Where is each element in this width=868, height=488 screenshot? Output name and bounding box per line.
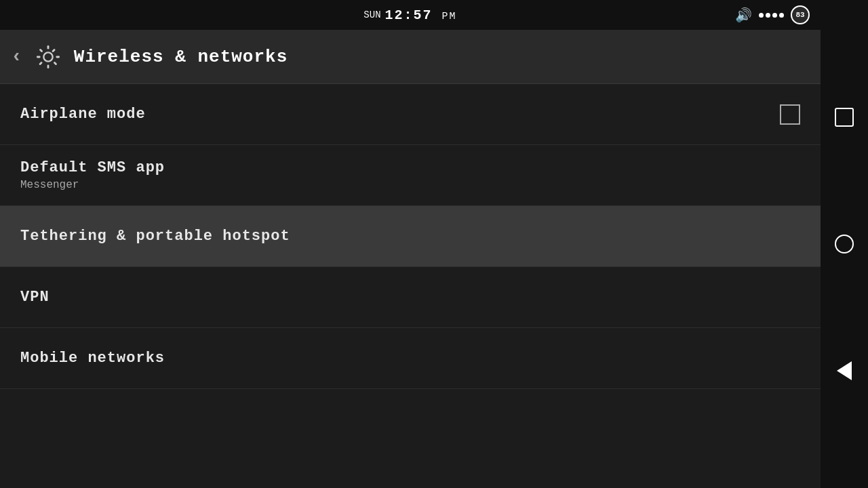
tethering-label: Tethering & portable hotspot [20,228,290,245]
settings-item-mobile-networks[interactable]: Mobile networks [0,328,821,389]
signal-dots [759,13,784,18]
home-icon [835,235,854,253]
main-content: ‹ Wireless & networks [0,30,821,488]
svg-rect-7 [52,48,56,52]
status-time: 12:57 PM [385,7,457,23]
airplane-mode-label: Airplane mode [20,106,146,123]
battery-level: 83 [795,11,804,19]
nav-bar [821,0,868,488]
svg-point-0 [43,52,52,61]
home-button[interactable] [831,230,858,258]
vpn-label: VPN [20,289,50,306]
default-sms-value: Messenger [20,179,165,191]
svg-rect-3 [37,56,41,58]
back-nav-icon [837,361,852,380]
mobile-networks-label: Mobile networks [20,350,165,367]
back-nav-button[interactable] [831,357,858,384]
settings-gear-icon [33,42,63,72]
svg-rect-4 [56,56,60,58]
recent-apps-icon [835,108,854,127]
svg-rect-2 [47,64,49,68]
battery-badge: 83 [791,5,810,24]
page-title: Wireless & networks [74,47,288,67]
settings-item-default-sms[interactable]: Default SMS app Messenger [0,145,821,206]
status-icons: 🔊 83 [735,5,810,24]
status-bar: SUN 12:57 PM 🔊 83 [0,0,821,30]
settings-item-airplane-mode[interactable]: Airplane mode [0,84,821,145]
header: ‹ Wireless & networks [0,30,821,84]
back-button[interactable]: ‹ [11,46,22,67]
recent-apps-button[interactable] [831,104,858,131]
svg-rect-5 [39,48,43,52]
svg-rect-1 [47,45,49,49]
default-sms-label: Default SMS app [20,159,165,176]
settings-item-vpn[interactable]: VPN [0,267,821,328]
settings-item-tethering[interactable]: Tethering & portable hotspot [0,206,821,267]
settings-list: Airplane mode Default SMS app Messenger … [0,84,821,389]
svg-rect-8 [39,61,43,65]
volume-icon: 🔊 [735,7,752,24]
svg-rect-6 [53,61,57,65]
status-day: SUN [363,9,380,20]
airplane-mode-checkbox[interactable] [780,104,800,125]
